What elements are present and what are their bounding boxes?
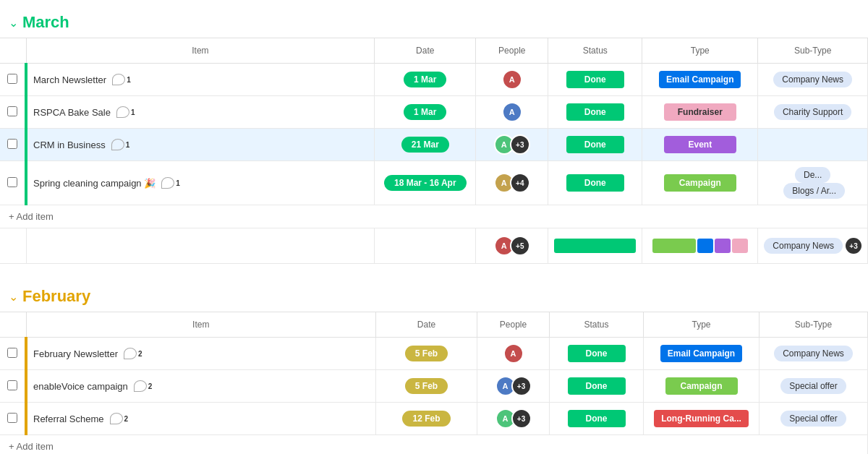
subtype-badge[interactable]: Company News	[773, 72, 852, 87]
add-item-row[interactable]: + Add item	[0, 205, 868, 228]
summary-subtype-col: Company News+3	[758, 228, 868, 264]
header-date: Date	[375, 38, 476, 64]
avatar: +4	[510, 173, 530, 193]
summary-subtype-badge: Company News	[764, 238, 843, 254]
type-badge[interactable]: Event	[664, 136, 736, 153]
section-header-february[interactable]: ⌄February	[0, 281, 868, 312]
add-item-button[interactable]: + Add item	[0, 205, 868, 228]
subtype-badge[interactable]: Company News	[774, 346, 853, 361]
table-row: enableVoice campaign25 FebA+3DoneCampaig…	[0, 370, 868, 403]
comment-icon[interactable]: 2	[110, 413, 129, 424]
avatar-group: A+5	[494, 236, 530, 256]
table-row: February Newsletter25 FebADoneEmail Camp…	[0, 338, 868, 370]
comment-icon[interactable]: 1	[161, 177, 180, 189]
people-cell: A	[477, 338, 550, 370]
item-name-wrapper: March Newsletter1	[33, 74, 368, 85]
subtype-cell: Special offer	[760, 370, 868, 403]
status-badge[interactable]: Done	[566, 174, 624, 192]
header-people: People	[476, 38, 548, 64]
date-pill[interactable]: 5 Feb	[405, 378, 448, 394]
item-name-text: RSPCA Bake Sale	[33, 107, 111, 118]
row-checkbox[interactable]	[0, 370, 26, 403]
row-checkbox[interactable]	[0, 403, 26, 435]
date-pill[interactable]: 5 Feb	[405, 346, 448, 361]
subtype-badge[interactable]: Special offer	[780, 378, 846, 394]
data-table-february: ItemDatePeopleStatusTypeSub-TypeFebruary…	[0, 312, 868, 454]
add-item-row[interactable]: + Add item	[0, 435, 868, 455]
add-item-button[interactable]: + Add item	[0, 435, 868, 455]
status-cell: Done	[548, 129, 642, 161]
avatar: +3	[510, 134, 530, 155]
table-february: ItemDatePeopleStatusTypeSub-TypeFebruary…	[0, 312, 868, 454]
comment-icon[interactable]: 2	[124, 348, 142, 359]
header-type: Type	[644, 312, 760, 338]
checkbox-input[interactable]	[7, 74, 17, 84]
summary-date-col	[375, 228, 476, 264]
item-name-wrapper: Referral Scheme2	[33, 413, 370, 424]
checkbox-input[interactable]	[7, 380, 17, 390]
summary-status-col	[548, 228, 642, 264]
date-pill[interactable]: 12 Feb	[402, 411, 450, 427]
comment-bubble	[116, 106, 129, 118]
type-badge[interactable]: Fundraiser	[664, 103, 736, 121]
subtype-badge[interactable]: De...	[795, 167, 830, 183]
row-checkbox[interactable]	[0, 338, 26, 370]
section-header-march[interactable]: ⌄March	[0, 7, 868, 38]
status-cell: Done	[550, 338, 644, 370]
type-badge[interactable]: Campaign	[664, 174, 736, 192]
status-cell: Done	[548, 64, 642, 96]
header-checkbox-col	[0, 312, 26, 338]
status-badge[interactable]: Done	[568, 377, 626, 395]
subtype-cell: Charity Support	[758, 96, 868, 129]
summary-type-col	[642, 228, 758, 264]
checkbox-input[interactable]	[7, 106, 17, 116]
checkbox-input[interactable]	[7, 348, 17, 358]
row-checkbox[interactable]	[0, 96, 26, 129]
status-badge[interactable]: Done	[566, 136, 624, 153]
checkbox-input[interactable]	[7, 413, 17, 423]
comment-icon[interactable]: 1	[111, 139, 130, 150]
date-cell: 12 Feb	[376, 403, 477, 435]
subtype-badge-extra[interactable]: Blogs / Ar...	[783, 183, 845, 199]
date-pill[interactable]: 18 Mar - 16 Apr	[384, 175, 467, 191]
status-badge[interactable]: Done	[568, 345, 626, 362]
row-checkbox[interactable]	[0, 161, 26, 205]
comment-count: 1	[176, 179, 180, 187]
date-pill[interactable]: 1 Mar	[404, 104, 446, 120]
header-status: Status	[548, 38, 642, 64]
date-pill[interactable]: 1 Mar	[404, 72, 446, 87]
checkbox-input[interactable]	[7, 177, 17, 187]
subtype-badge[interactable]: Special offer	[780, 411, 846, 427]
status-badge[interactable]: Done	[566, 71, 624, 88]
item-cell: March Newsletter1	[26, 64, 375, 96]
comment-icon[interactable]: 2	[134, 380, 153, 392]
status-badge[interactable]: Done	[566, 103, 624, 121]
comment-count: 2	[138, 350, 142, 358]
type-badge[interactable]: Campaign	[665, 377, 738, 395]
checkbox-input[interactable]	[7, 139, 17, 149]
item-cell: enableVoice campaign2	[26, 370, 376, 403]
item-cell: CRM in Business1	[26, 129, 375, 161]
subtype-cell: De...Blogs / Ar...	[758, 161, 868, 205]
section-title-march: March	[22, 13, 69, 32]
summary-item-col	[26, 228, 375, 264]
comment-icon[interactable]: 1	[112, 74, 131, 85]
comment-bubble	[110, 413, 123, 424]
people-cell: A+3	[477, 370, 550, 403]
type-badge[interactable]: Long-Running Ca...	[654, 410, 749, 427]
type-badge[interactable]: Email Campaign	[660, 345, 742, 362]
comment-icon[interactable]: 1	[116, 106, 135, 118]
type-badge[interactable]: Email Campaign	[659, 71, 741, 88]
avatar-group: A+4	[494, 173, 530, 193]
data-table-march: ItemDatePeopleStatusTypeSub-TypeMarch Ne…	[0, 38, 868, 264]
table-row: Spring cleaning campaign 🎉118 Mar - 16 A…	[0, 161, 868, 205]
subtype-badge[interactable]: Charity Support	[774, 104, 851, 120]
row-checkbox[interactable]	[0, 64, 26, 96]
item-name-text: CRM in Business	[33, 140, 106, 150]
status-badge[interactable]: Done	[568, 410, 626, 427]
comment-bubble	[124, 348, 137, 359]
date-pill[interactable]: 21 Mar	[401, 137, 449, 153]
item-name-text: enableVoice campaign	[33, 381, 128, 392]
row-checkbox[interactable]	[0, 129, 26, 161]
color-bar	[715, 239, 731, 253]
